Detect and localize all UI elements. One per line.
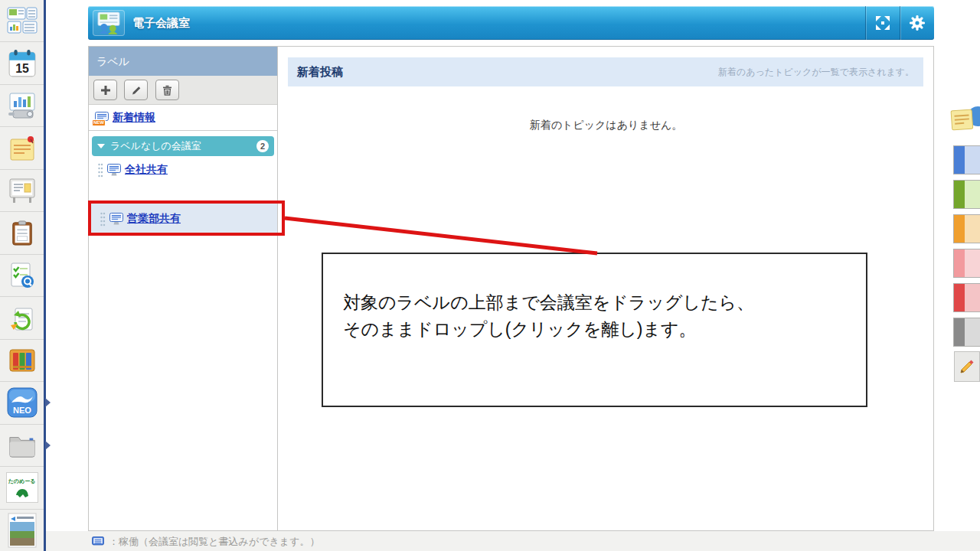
sidebar-item-ad-banner[interactable]: [0, 510, 44, 551]
edit-label-button[interactable]: [124, 80, 148, 100]
monitor-icon: [107, 164, 121, 176]
monitor-new-icon: NEW: [95, 112, 109, 124]
room-link-eigyobu[interactable]: 営業部共有: [127, 212, 181, 226]
tab-color-dark: [954, 318, 965, 346]
room-count-badge: 2: [256, 140, 269, 152]
window-title: 電子会議室: [132, 6, 190, 40]
sidebar-item-clipboard[interactable]: [0, 212, 44, 254]
empty-topics-message: 新着のトピックはありません。: [279, 119, 933, 132]
circulation-icon: [8, 305, 36, 332]
new-info-row[interactable]: NEW 新着情報: [89, 105, 277, 130]
tab-color-light: [965, 146, 980, 174]
label-tab-red[interactable]: [953, 283, 980, 312]
tutorial-text-line1: 対象のラベルの上部まで会議室をドラッグしたら、: [343, 292, 754, 312]
tab-color-dark: [954, 181, 965, 208]
tab-color-light: [965, 284, 980, 311]
binders-cabinet-icon: [8, 347, 36, 374]
label-tab-pink[interactable]: [953, 249, 980, 278]
sidebar-item-memo[interactable]: [0, 127, 44, 169]
room-link-zensha[interactable]: 全社共有: [125, 163, 168, 177]
gear-icon: [909, 15, 926, 31]
survey-icon: [8, 262, 36, 289]
pencil-tag-button[interactable]: [954, 351, 980, 382]
window-titlebar: 電子会議室: [88, 6, 934, 40]
sidebar-item-cabinet[interactable]: [0, 340, 44, 382]
sidebar-item-folder[interactable]: [0, 425, 44, 467]
calendar-icon: 15: [8, 49, 37, 78]
main-panel-description: 新着のあったトピックが一覧で表示されます。: [718, 66, 914, 79]
neo-logo-icon: NEO: [7, 387, 38, 418]
expand-icon: [874, 15, 891, 31]
drag-handle[interactable]: [100, 211, 106, 227]
presentation-projector-icon: [7, 92, 38, 119]
tanomeru-logo-icon: たのめーる: [6, 472, 38, 503]
caret-down-icon: [97, 144, 105, 148]
sidebar-item-schedule[interactable]: 15: [0, 42, 44, 84]
tab-color-light: [965, 181, 980, 208]
main-panel-header: 新着投稿 新着のあったトピックが一覧で表示されます。: [288, 57, 923, 86]
calendar-day: 15: [15, 61, 29, 74]
add-label-button[interactable]: [93, 80, 117, 100]
new-badge: NEW: [92, 119, 106, 126]
pencil-tag-icon: [958, 357, 976, 376]
divider: [89, 130, 277, 131]
room-row-zensha[interactable]: 全社共有: [89, 158, 277, 182]
label-tab-orange[interactable]: [953, 214, 980, 243]
expand-button[interactable]: [865, 6, 900, 40]
tutorial-text-line2: そのままドロップし(クリックを離し)ます。: [343, 319, 696, 339]
label-panel-title: ラベル: [89, 47, 277, 76]
unlabeled-rooms-group-header[interactable]: ラベルなしの会議室 2: [92, 136, 274, 156]
group-label: ラベルなしの会議室: [110, 139, 201, 153]
plus-icon: [100, 85, 111, 96]
tab-color-dark: [954, 284, 965, 311]
neo-label: NEO: [13, 406, 31, 415]
tab-color-light: [965, 318, 980, 346]
sidebar-item-circulation[interactable]: [0, 297, 44, 339]
tab-color-dark: [954, 249, 965, 277]
memo-note-icon: [8, 135, 36, 162]
clipboard-icon: [9, 220, 35, 247]
label-tab-gray[interactable]: [953, 318, 980, 347]
conference-room-app-icon: [93, 10, 125, 36]
sidebar-item-neo[interactable]: NEO: [0, 382, 44, 424]
memo-tag-icon: [950, 103, 980, 138]
trash-icon: [162, 85, 172, 96]
sidebar-item-portal[interactable]: [0, 0, 44, 42]
sidebar-item-survey[interactable]: [0, 255, 44, 297]
tutorial-callout: 対象のラベルの上部まで会議室をドラッグしたら、 そのままドロップし(クリックを離…: [322, 253, 867, 407]
monitor-icon: [109, 213, 123, 225]
pencil-icon: [131, 85, 142, 96]
folder-icon: [8, 432, 37, 458]
status-strip: ：稼働（会議室は閲覧と書込みができます。）: [46, 531, 980, 551]
sidebar-item-whiteboard[interactable]: [0, 170, 44, 212]
tab-color-light: [965, 249, 980, 277]
label-tab-blue[interactable]: [953, 145, 980, 174]
sidebar-item-tanomeru[interactable]: たのめーる: [0, 467, 44, 509]
app-sidebar: 15: [0, 0, 46, 551]
label-panel: ラベル: [89, 47, 278, 530]
tab-color-light: [965, 215, 980, 243]
tab-color-dark: [954, 146, 965, 174]
neo-flyout-arrow-icon[interactable]: [45, 398, 51, 407]
ad-banner-icon: [7, 513, 38, 548]
sidebar-item-presentation[interactable]: [0, 85, 44, 127]
drag-handle[interactable]: [97, 162, 103, 178]
memo-tag-button[interactable]: [950, 103, 980, 138]
tab-color-dark: [954, 215, 965, 243]
whiteboard-icon: [8, 177, 36, 204]
monitor-legend-icon: [92, 536, 104, 547]
screen: 15: [0, 0, 980, 551]
main-panel-title: 新着投稿: [297, 65, 343, 80]
room-row-eigyobu[interactable]: 営業部共有: [89, 204, 277, 234]
settings-button[interactable]: [900, 6, 934, 40]
label-tab-green[interactable]: [953, 180, 980, 209]
new-info-link[interactable]: 新着情報: [113, 111, 155, 125]
tanomeru-label: たのめーる: [8, 478, 36, 485]
portal-icon: [7, 7, 38, 34]
legend-row: ：稼働（会議室は閲覧と書込みができます。）: [92, 531, 980, 549]
folder-flyout-arrow-icon[interactable]: [45, 441, 51, 450]
delete-label-button[interactable]: [155, 80, 179, 100]
legend-text: ：稼働（会議室は閲覧と書込みができます。）: [109, 535, 319, 549]
label-toolbar: [89, 76, 277, 105]
